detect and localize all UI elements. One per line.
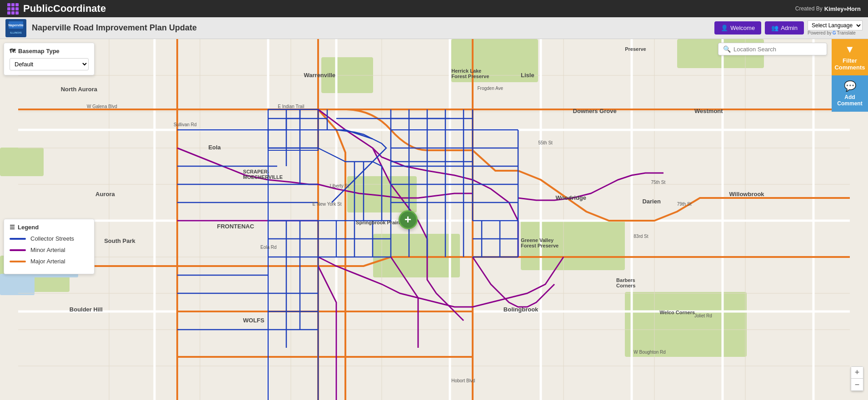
basemap-header: 🗺 Basemap Type [10,48,89,54]
legend-icon: ☰ [10,224,15,231]
location-marker[interactable]: + [399,210,418,229]
legend-label-minor: Minor Arterial [30,247,65,253]
naperville-logo: Naperville ILLINOIS [5,19,26,37]
language-select[interactable]: Select Language English Spanish French [808,20,863,30]
legend-line-major [10,261,26,262]
legend-header: ☰ Legend [10,224,89,231]
search-input[interactable] [733,46,822,53]
powered-by-label: Powered by G Translate [808,30,863,35]
brand-name: PublicCoordinate [23,3,106,15]
comment-icon: 💬 [844,80,856,92]
right-panel-buttons: ▼ FilterComments 💬 AddComment [832,39,868,112]
legend-label-collector: Collector Streets [30,235,74,242]
filter-icon: ▼ [845,44,855,55]
admin-button[interactable]: 👥 Admin [765,21,804,35]
legend-label-major: Major Arterial [30,258,65,265]
welcome-button[interactable]: 👤 Welcome [714,21,761,35]
legend-panel: ☰ Legend Collector Streets Minor Arteria… [4,219,95,274]
search-bar[interactable]: 🔍 [718,43,827,55]
page-title: Naperville Road Improvement Plan Update [32,23,709,33]
spacer [4,79,95,215]
legend-item-minor: Minor Arterial [10,247,89,253]
brand-dots [7,3,19,15]
topbar: PublicCoordinate Created By Kimley»Horn [0,0,868,17]
basemap-panel: 🗺 Basemap Type Default Satellite Terrain… [4,43,95,75]
search-icon: 🔍 [723,45,731,53]
basemap-select[interactable]: Default Satellite Terrain OpenStreetMap [10,58,89,70]
zoom-in-button[interactable]: + [851,367,863,379]
legend-item-major: Major Arterial [10,258,89,265]
add-comment-button[interactable]: 💬 AddComment [832,75,868,112]
marker-icon[interactable]: + [399,210,418,229]
left-panel: 🗺 Basemap Type Default Satellite Terrain… [4,43,95,274]
svg-text:ILLINOIS: ILLINOIS [10,31,21,34]
legend-item-collector: Collector Streets [10,235,89,242]
basemap-icon: 🗺 [10,48,15,54]
user-icon: 👤 [721,25,728,31]
brand-logo: PublicCoordinate [7,3,106,15]
road-network-svg [0,39,868,400]
svg-text:Naperville: Naperville [8,24,24,27]
admin-icon: 👥 [771,25,778,31]
company-name: Kimley»Horn [824,5,861,12]
created-by: Created By Kimley»Horn [795,5,861,12]
zoom-out-button[interactable]: − [851,379,863,390]
legend-line-minor [10,249,26,251]
filter-label: FilterComments [834,57,865,71]
map-container[interactable]: Warrenville North Aurora Aurora Lisle Do… [0,39,868,400]
headerbar: Naperville ILLINOIS Naperville Road Impr… [0,17,868,39]
zoom-controls: + − [851,366,863,391]
filter-comments-button[interactable]: ▼ FilterComments [832,39,868,75]
add-comment-label: AddComment [837,94,862,107]
legend-line-collector [10,238,26,240]
nav-buttons: 👤 Welcome 👥 Admin Select Language Englis… [714,20,863,35]
language-selector[interactable]: Select Language English Spanish French P… [808,20,863,35]
main-area: Warrenville North Aurora Aurora Lisle Do… [0,39,868,400]
